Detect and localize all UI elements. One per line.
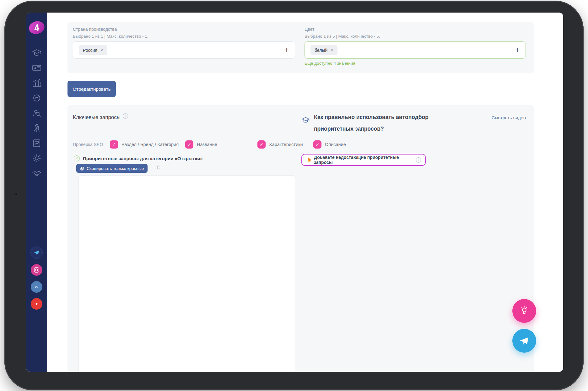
- watch-video-link[interactable]: Смотреть видео: [492, 115, 526, 120]
- app-logo[interactable]: 4: [29, 21, 45, 35]
- gear-icon[interactable]: [32, 153, 42, 163]
- copy-red-label: Скопировать только красные: [87, 166, 144, 171]
- country-label: Страна производства: [73, 27, 295, 32]
- svg-text:vk: vk: [35, 285, 38, 289]
- color-meta: Выбрано 1 из 5 | Макс. количество - 5.: [305, 34, 526, 39]
- app-screen: 4 vk Страна производства Выбрано 1 из 1 …: [26, 13, 563, 372]
- graduation-cap-icon: [301, 116, 310, 124]
- seo-check-item: ✓Описание: [313, 140, 346, 149]
- checkbox-checked-icon[interactable]: ✓: [257, 140, 266, 149]
- howto-line2: приоритетных запросов?: [314, 123, 429, 135]
- checkbox-checked-icon[interactable]: ✓: [110, 140, 118, 149]
- edit-button[interactable]: Отредактировать: [67, 81, 116, 97]
- instagram-icon[interactable]: [31, 264, 42, 276]
- seo-check-name: Название: [197, 142, 217, 147]
- missing-queries-header: Добавьте недостающие приоритетные запрос…: [301, 154, 426, 166]
- country-chip[interactable]: Россия ×: [79, 45, 107, 55]
- sidebar: 4 vk: [26, 13, 47, 372]
- color-chip-label: белый: [315, 48, 327, 53]
- country-chip-label: Россия: [83, 48, 97, 53]
- main-content: Страна производства Выбрано 1 из 1 | Мак…: [47, 13, 563, 372]
- help-icon[interactable]: ?: [155, 165, 160, 170]
- color-available-note: Ещё доступно 4 значения: [305, 61, 526, 66]
- seo-check-name: Описание: [325, 142, 346, 147]
- color-field[interactable]: белый × +: [305, 41, 526, 59]
- copy-icon: [80, 166, 84, 171]
- keywords-title: Ключевые запросы?: [73, 113, 128, 121]
- country-meta: Выбрано 1 из 1 | Макс. количество - 1.: [73, 34, 295, 39]
- report-doc-icon[interactable]: [32, 138, 42, 148]
- seo-check-item: ✓Название: [185, 140, 217, 149]
- fire-icon: [306, 157, 311, 163]
- country-field[interactable]: Россия × +: [73, 41, 295, 59]
- color-group: Цвет Выбрано 1 из 5 | Макс. количество -…: [305, 27, 526, 66]
- keywords-title-text: Ключевые запросы: [73, 114, 121, 120]
- logo-4: 4: [27, 20, 46, 36]
- handshake-icon[interactable]: [32, 168, 42, 178]
- product-attributes-card: Страна производства Выбрано 1 из 1 | Мак…: [67, 22, 534, 73]
- telegram-plane-icon: [519, 335, 530, 346]
- howto-heading: Как правильно использовать автоподбор пр…: [314, 111, 429, 135]
- add-country-icon[interactable]: +: [284, 46, 289, 54]
- left-keywords-box: [78, 175, 295, 372]
- close-icon[interactable]: ×: [100, 47, 103, 53]
- user-search-icon[interactable]: [32, 108, 42, 118]
- lightbulb-icon: [519, 305, 530, 317]
- missing-queries-title: Добавьте недостающие приоритетные запрос…: [314, 155, 413, 165]
- priority-queries-header: ✓ Приоритетные запросы для категории «От…: [74, 155, 203, 161]
- country-group: Страна производства Выбрано 1 из 1 | Мак…: [73, 27, 295, 59]
- color-chip[interactable]: белый ×: [310, 45, 337, 55]
- graduation-cap-icon[interactable]: [32, 48, 42, 58]
- seo-check-item: ✓Характеристики: [257, 140, 303, 149]
- seo-check-name: Характеристики: [269, 142, 303, 147]
- checkbox-checked-icon[interactable]: ✓: [313, 140, 321, 149]
- seo-check-label: Проверка SEO: [73, 142, 103, 147]
- sidebar-nav: [32, 48, 42, 178]
- camera-dot: [15, 192, 18, 195]
- seo-check-name: Раздел / Бренд / Категория: [121, 142, 179, 147]
- rocket-icon[interactable]: [32, 123, 42, 133]
- seo-check-row: Проверка SEO ✓Раздел / Бренд / Категория…: [73, 140, 418, 149]
- help-icon[interactable]: ?: [123, 113, 128, 119]
- sidebar-socials: vk: [30, 247, 43, 310]
- idea-fab-button[interactable]: [512, 299, 536, 323]
- seo-check-item: ✓Раздел / Бренд / Категория: [110, 140, 179, 149]
- youtube-icon[interactable]: [31, 298, 42, 310]
- copy-red-button[interactable]: Скопировать только красные: [76, 164, 148, 173]
- bar-chart-icon[interactable]: [32, 78, 42, 88]
- telegram-icon[interactable]: [30, 247, 43, 259]
- doughnut-icon[interactable]: [32, 93, 42, 103]
- check-circle-icon: ✓: [74, 155, 80, 161]
- help-icon[interactable]: ?: [416, 157, 421, 163]
- howto-line1: Как правильно использовать автоподбор: [314, 111, 429, 123]
- close-icon[interactable]: ×: [331, 47, 333, 53]
- priority-queries-title: Приоритетные запросы для категории «Откр…: [83, 156, 203, 161]
- checkbox-checked-icon[interactable]: ✓: [185, 140, 193, 149]
- ads-card-icon[interactable]: [32, 63, 42, 73]
- screenshot-stage: 4 vk Страна производства Выбрано 1 из 1 …: [0, 0, 588, 391]
- howto-block: Как правильно использовать автоподбор пр…: [301, 111, 429, 135]
- add-color-icon[interactable]: +: [515, 46, 520, 54]
- color-label: Цвет: [305, 27, 526, 32]
- vk-icon[interactable]: vk: [31, 281, 42, 293]
- telegram-fab-button[interactable]: [512, 329, 536, 353]
- keywords-panel: Ключевые запросы? Как правильно использо…: [67, 105, 534, 372]
- tablet-frame: 4 vk Страна производства Выбрано 1 из 1 …: [4, 1, 584, 390]
